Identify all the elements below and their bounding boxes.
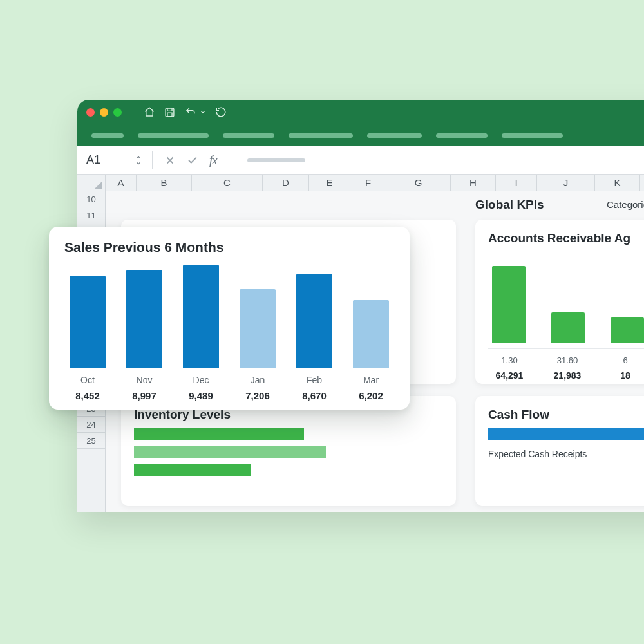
sales-column-label: Dec9,489 — [180, 375, 222, 401]
cashflow-bar — [488, 428, 644, 440]
svg-rect-1 — [167, 113, 172, 117]
row-header[interactable]: 10 — [77, 191, 105, 207]
sales-bar — [126, 270, 162, 368]
panel-title: Inventory Levels — [134, 408, 443, 422]
sales-bar — [296, 274, 332, 368]
ribbon-tab[interactable] — [223, 133, 274, 138]
minimize-icon[interactable] — [100, 108, 108, 117]
ar-labels-row: 1.3064,29131.6021,983618 — [488, 348, 644, 381]
confirm-icon[interactable] — [184, 155, 202, 166]
sales-column-label: Feb8,670 — [294, 375, 335, 401]
ribbon-tab[interactable] — [502, 133, 563, 138]
ribbon-tab[interactable] — [138, 133, 209, 138]
formula-input[interactable] — [247, 158, 305, 162]
ar-bar — [551, 312, 585, 343]
ar-column-label: 1.3064,291 — [489, 355, 529, 381]
column-header[interactable]: B — [137, 175, 192, 191]
column-header[interactable]: F — [350, 175, 386, 191]
ar-bar — [611, 317, 644, 343]
name-box[interactable]: A1 — [84, 153, 129, 167]
sales-bar — [353, 300, 389, 368]
sales-column-label: Oct8,452 — [67, 375, 108, 401]
ribbon-tab[interactable] — [436, 133, 488, 138]
separator — [152, 151, 153, 169]
inventory-bar — [134, 464, 251, 476]
inventory-bar — [134, 446, 326, 458]
column-header[interactable]: C — [192, 175, 263, 191]
column-header[interactable]: H — [451, 175, 496, 191]
inventory-bars — [134, 428, 443, 476]
close-icon[interactable] — [86, 108, 95, 117]
refresh-icon[interactable] — [215, 106, 227, 118]
column-header[interactable]: J — [537, 175, 595, 191]
cashflow-panel: Cash Flow Expected Cash Receipts — [475, 396, 644, 506]
ribbon-tab[interactable] — [91, 133, 124, 138]
titlebar — [77, 100, 644, 124]
sales-bar — [240, 289, 276, 368]
sales-bar — [183, 265, 219, 368]
sales-card: Sales Previous 6 Months Oct8,452Nov8,997… — [49, 227, 410, 410]
sales-column-label: Mar6,202 — [350, 375, 392, 401]
separator — [229, 151, 229, 169]
column-header[interactable]: E — [309, 175, 350, 191]
ribbon-tabs — [77, 124, 644, 146]
chevron-down-icon[interactable] — [200, 109, 206, 115]
column-header[interactable]: A — [106, 175, 137, 191]
cancel-icon[interactable] — [162, 155, 178, 166]
fx-icon[interactable]: fx — [207, 153, 220, 167]
zoom-icon[interactable] — [113, 108, 122, 117]
sales-bar — [70, 276, 106, 368]
accounts-receivable-panel: Accounts Receivable Ag 1.3064,29131.6021… — [475, 220, 644, 384]
name-box-stepper[interactable] — [134, 155, 143, 166]
sales-card-title: Sales Previous 6 Months — [64, 240, 394, 255]
cashflow-label: Expected Cash Receipts — [488, 449, 644, 459]
ribbon-tab[interactable] — [367, 133, 422, 138]
column-header[interactable]: G — [386, 175, 451, 191]
panel-title: Accounts Receivable Ag — [488, 231, 644, 245]
formula-bar: A1 fx — [77, 146, 644, 175]
ribbon-tab[interactable] — [289, 133, 353, 138]
home-icon[interactable] — [144, 106, 155, 118]
sales-column-label: Nov8,997 — [124, 375, 165, 401]
row-header[interactable]: 11 — [77, 207, 105, 223]
inventory-panel: Inventory Levels — [121, 396, 456, 506]
column-header[interactable]: K — [595, 175, 640, 191]
row-header[interactable]: 24 — [77, 417, 105, 433]
panel-title: Cash Flow — [488, 408, 644, 422]
row-header[interactable]: 25 — [77, 433, 105, 449]
sales-bars — [64, 264, 394, 368]
window-controls — [86, 108, 122, 117]
save-icon[interactable] — [164, 107, 175, 118]
categories-label: Categories: — [607, 199, 644, 210]
ar-column-label: 618 — [605, 355, 644, 381]
inventory-bar — [134, 428, 304, 440]
ar-column-label: 31.6021,983 — [547, 355, 587, 381]
undo-icon[interactable] — [184, 106, 197, 118]
column-headers: ABCDEFGHIJK — [77, 175, 644, 191]
ar-bar — [492, 266, 526, 343]
column-header[interactable]: D — [263, 175, 309, 191]
sales-column-label: Jan7,206 — [237, 375, 278, 401]
ar-bars — [488, 260, 644, 343]
column-header[interactable]: I — [496, 175, 537, 191]
sales-labels: Oct8,452Nov8,997Dec9,489Jan7,206Feb8,670… — [64, 368, 394, 401]
select-all-corner[interactable] — [77, 175, 106, 191]
kpi-section-title: Global KPIs — [475, 198, 544, 212]
